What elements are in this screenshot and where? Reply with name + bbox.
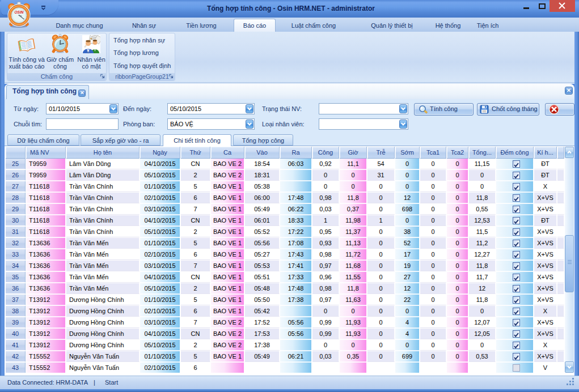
svg-text:OSIN: OSIN [15,10,24,14]
